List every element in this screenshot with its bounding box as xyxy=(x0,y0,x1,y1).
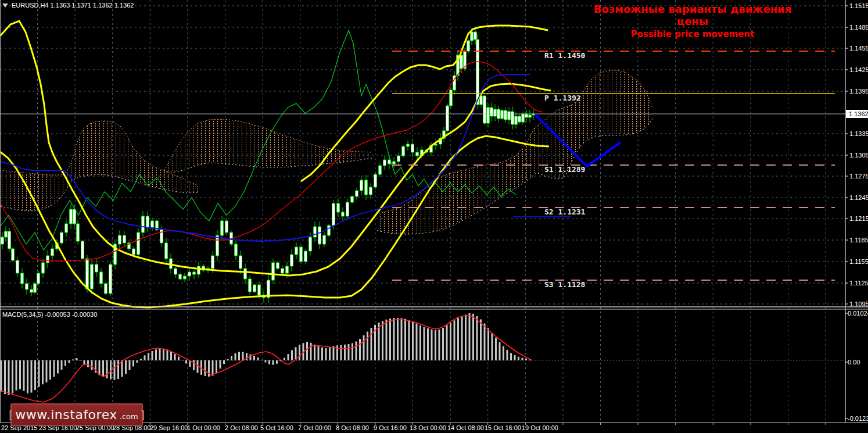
price-tick-label: 1.1215 xyxy=(849,215,868,222)
price-tick-label: 1.1245 xyxy=(849,194,868,201)
macd-tick-label: -0.01238 xyxy=(848,415,868,422)
macd-signal-line xyxy=(0,316,532,402)
time-axis[interactable]: 22 Sep 201523 Sep 16:0025 Sep 00:0028 Se… xyxy=(1,423,826,431)
price-axis[interactable]: 1.15151.14851.14551.14251.13951.13351.13… xyxy=(845,2,868,422)
macd-tick-label: 0.00 xyxy=(848,359,860,366)
chart-menu-triangle-down-icon[interactable] xyxy=(2,3,8,8)
price-tick-label: 1.1515 xyxy=(849,2,868,9)
time-axis-label: 19 Oct 00:00 xyxy=(522,424,558,431)
time-axis-label: 2 Oct 08:00 xyxy=(225,424,258,431)
time-axis-label: 9 Oct 16:00 xyxy=(374,424,407,431)
price-tick-label: 1.1395 xyxy=(849,88,868,95)
time-axis-label: 8 Oct 08:00 xyxy=(336,424,369,431)
price-tick-label: 1.1335 xyxy=(849,130,868,137)
pivot-label: P 1.1392 xyxy=(544,94,581,102)
price-tick-label: 1.1125 xyxy=(849,280,868,287)
time-axis-label: 29 Sep 16:00 xyxy=(150,424,188,431)
pivot-label: S1 1.1289 xyxy=(544,165,585,174)
time-axis-label: 23 Sep 16:00 xyxy=(39,424,77,431)
macd-tick-label: 0.01024 xyxy=(848,310,868,317)
pivot-label: S3 1.1128 xyxy=(544,280,586,289)
price-tick-label: 1.1185 xyxy=(849,237,868,244)
trading-chart-window: R1 1.1450P 1.1392S1 1.1289S2 1.1231S3 1.… xyxy=(0,0,868,433)
time-axis-label: 28 Sep 08:00 xyxy=(113,424,150,431)
price-tick-label: 1.1485 xyxy=(849,24,868,31)
price-tick-label: 1.1305 xyxy=(849,152,868,159)
pivot-label: R1 1.1450 xyxy=(544,51,586,60)
time-axis-label: 14 Oct 08:00 xyxy=(447,424,484,431)
price-tick-label: 1.1275 xyxy=(849,173,868,180)
price-chart-canvas[interactable]: R1 1.1450P 1.1392S1 1.1289S2 1.1231S3 1.… xyxy=(0,0,868,433)
price-tick-label: 1.1455 xyxy=(849,45,868,52)
time-axis-label: 1 Oct 00:00 xyxy=(187,424,220,431)
price-tick-label: 1.1425 xyxy=(849,66,868,73)
time-axis-label: 13 Oct 00:00 xyxy=(410,424,446,431)
time-axis-label: 22 Sep 2015 xyxy=(1,424,37,431)
macd-panel xyxy=(0,313,532,402)
pivot-label: S2 1.1231 xyxy=(544,207,586,216)
time-axis-label: 5 Oct 16:00 xyxy=(260,424,293,431)
time-axis-label: 25 Sep 00:00 xyxy=(76,424,114,431)
price-tick-label: 1.1155 xyxy=(849,258,868,265)
time-axis-label: 7 Oct 00:00 xyxy=(298,424,331,431)
time-axis-label: 15 Oct 16:00 xyxy=(485,424,521,431)
price-tick-label: 1.1095 xyxy=(849,300,868,307)
